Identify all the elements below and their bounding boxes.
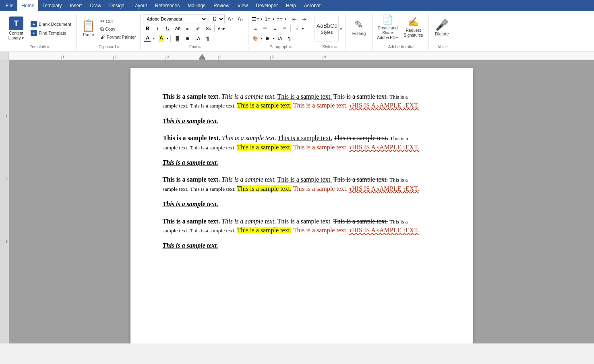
editing-button[interactable]: ✎ Editing — [348, 14, 369, 40]
font-size-select[interactable]: 12 — [209, 14, 225, 23]
multilevel-list-button[interactable]: ≡≡ — [275, 14, 284, 23]
create-share-pdf-button[interactable]: 📄 Create and ShareAdobe PDF — [375, 14, 399, 40]
format-painter-button[interactable]: 🖌 Format Painter — [99, 33, 137, 40]
menu-design[interactable]: Design — [105, 0, 128, 11]
justify-button[interactable]: ☰ — [280, 24, 289, 33]
font-color-arrow[interactable]: ▾ — [153, 37, 155, 40]
menu-layout[interactable]: Layout — [128, 0, 151, 11]
p3-highlight-text: This is a sample text. — [237, 185, 292, 192]
menu-insert[interactable]: Insert — [66, 0, 86, 11]
italic-heading-3[interactable]: This is a sample text. — [163, 200, 441, 209]
content-library-label: ContentLibrary ▾ — [8, 31, 24, 41]
paragraph-3[interactable]: This is a sample text. This is a sample … — [163, 175, 441, 193]
increase-font-button[interactable]: A↑ — [226, 14, 235, 23]
decrease-font-button[interactable]: A↓ — [236, 14, 245, 23]
font-color-button[interactable]: A — [143, 34, 152, 43]
numbering-arrow[interactable]: ▾ — [273, 17, 274, 21]
copy-button[interactable]: ⧉ Copy — [99, 25, 137, 33]
change-case-button[interactable]: Aa▾ — [217, 24, 226, 33]
menu-references[interactable]: References — [151, 0, 184, 11]
copy-label: Copy — [105, 27, 116, 31]
shading-button[interactable]: 🎨 — [251, 34, 260, 43]
paragraph-2[interactable]: This is a sample text. This is a sample … — [163, 134, 441, 152]
content-library-button[interactable]: T ContentLibrary ▾ — [5, 16, 27, 41]
highlight-color-button[interactable]: A — [157, 34, 166, 43]
font-expand-icon[interactable]: ⧉ — [198, 45, 201, 49]
dictate-button[interactable]: 🎤 Dictate — [431, 14, 452, 40]
borders-arrow[interactable]: ▾ — [273, 37, 274, 40]
line-spacing-button[interactable]: ↕ — [292, 24, 301, 33]
p3-bold-text: This is a sample text. — [163, 176, 220, 183]
styles-arrow-icon[interactable]: ▾ — [339, 25, 342, 32]
document-scroll-area[interactable]: This is a sample text. This is a sample … — [9, 60, 594, 343]
superscript-button[interactable]: x² — [193, 24, 202, 33]
menu-templafy[interactable]: Templafy — [38, 0, 66, 11]
format-painter-icon: 🖌 — [100, 34, 106, 40]
find-template-button[interactable]: + Find Template — [29, 29, 73, 37]
p4-underline-text: This is a sample text. — [277, 218, 332, 225]
italic-button[interactable]: I — [153, 24, 162, 33]
p2-underline-text: This is a sample text. — [278, 134, 333, 141]
borders-button[interactable]: ⊞ — [263, 34, 272, 43]
multilevel-arrow[interactable]: ▾ — [285, 17, 286, 21]
p3-underline-text: This is a sample text. — [277, 176, 332, 183]
numbering-button[interactable]: 1≡ — [263, 14, 272, 23]
menu-draw[interactable]: Draw — [86, 0, 105, 11]
styles-button[interactable]: AaBbCc Styles — [315, 16, 339, 41]
menu-review[interactable]: Review — [209, 0, 233, 11]
clear-format-button[interactable]: ✕A — [203, 24, 212, 33]
p3-small-text2: sample text. — [163, 186, 188, 192]
underline-button[interactable]: U — [163, 24, 172, 33]
italic-heading-2[interactable]: This is a sample text. — [163, 158, 441, 167]
p1-small-text3: This is a sample text. — [190, 103, 236, 109]
adobe-group-label: Adobe Acrobat — [388, 45, 415, 49]
paste-button[interactable]: 📋 Paste — [79, 16, 98, 41]
ruler-main[interactable]: 1 2 3 4 5 6 — [9, 52, 594, 60]
p2-small-text1: This is a — [390, 135, 408, 141]
dictate-label: Dictate — [435, 31, 449, 36]
paragraph-expand-icon[interactable]: ⧉ — [289, 45, 292, 49]
p1-red-text: This is a sample text. — [293, 102, 348, 109]
font-family-select[interactable]: Adobe Devanagari — [143, 14, 207, 23]
blank-document-button[interactable]: + Blank Document — [29, 20, 73, 28]
show-marks-button[interactable]: ¶ — [203, 34, 212, 43]
bullets-arrow[interactable]: ▾ — [261, 17, 262, 21]
bullets-button[interactable]: ☰≡ — [251, 14, 260, 23]
ribbon: T ContentLibrary ▾ + Blank Document + Fi… — [0, 11, 594, 52]
cut-button[interactable]: ✂ Cut — [99, 18, 137, 25]
highlight-arrow[interactable]: ▾ — [167, 37, 168, 40]
document-page[interactable]: This is a sample text. This is a sample … — [130, 68, 473, 343]
menu-mailings[interactable]: Mailings — [184, 0, 209, 11]
line-spacing-arrow[interactable]: ▾ — [302, 27, 304, 31]
shading-arrow[interactable]: ▾ — [261, 37, 262, 40]
menu-view[interactable]: View — [234, 0, 252, 11]
menu-developer[interactable]: Developer — [252, 0, 282, 11]
italic-heading-4[interactable]: This is a sample text. — [163, 241, 441, 250]
templafy-expand-icon[interactable]: ⧉ — [47, 45, 49, 49]
strikethrough-button[interactable]: ab — [173, 24, 182, 33]
border-button[interactable]: ⊞ — [183, 34, 192, 43]
paragraph-1[interactable]: This is a sample text. This is a sample … — [163, 92, 441, 110]
document-area: 1 2 3 This is a sample text. This is a s… — [0, 60, 594, 343]
clipboard-expand-icon[interactable]: ⧉ — [117, 45, 119, 49]
align-center-button[interactable]: ☰ — [261, 24, 269, 33]
char-shading-button[interactable]: ▓ — [173, 34, 182, 43]
sort-button[interactable]: ↕A — [193, 34, 202, 43]
align-right-button[interactable]: ≡ — [270, 24, 279, 33]
increase-indent-button[interactable]: ⇥ — [300, 14, 308, 23]
menu-help[interactable]: Help — [282, 0, 300, 11]
font-color-bar — [144, 41, 151, 42]
paragraph-4[interactable]: This is a sample text. This is a sample … — [163, 217, 441, 235]
align-left-button[interactable]: ≡ — [251, 24, 260, 33]
italic-heading-1[interactable]: This is a sample text. — [163, 117, 441, 126]
menu-file[interactable]: File — [2, 0, 17, 11]
subscript-button[interactable]: x₂ — [183, 24, 192, 33]
bold-button[interactable]: B — [143, 24, 152, 33]
styles-expand-icon[interactable]: ⧉ — [334, 45, 337, 49]
menu-acrobat[interactable]: Acrobat — [300, 0, 325, 11]
sort-para-button[interactable]: ↕A — [275, 34, 284, 43]
decrease-indent-button[interactable]: ⇤ — [290, 14, 299, 23]
request-signatures-button[interactable]: ✍ RequestSignatures — [401, 14, 425, 40]
pilcrow-button[interactable]: ¶ — [285, 34, 294, 43]
menu-home[interactable]: Home — [17, 0, 38, 11]
